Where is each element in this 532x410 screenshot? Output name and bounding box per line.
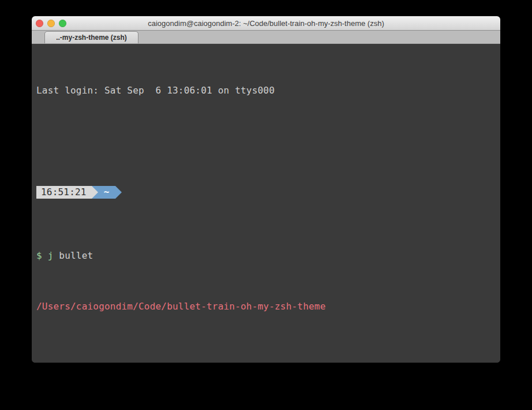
blank-line xyxy=(36,122,500,135)
window-controls xyxy=(32,20,66,27)
jump-output-line: /Users/caiogondim/Code/bullet-train-oh-m… xyxy=(36,300,500,313)
window-title: caiogondim@caiogondim-2: ~/Code/bullet-t… xyxy=(32,19,500,28)
prompt-line: 16:51:21 ~ xyxy=(36,186,500,199)
powerline-arrow-icon xyxy=(92,186,98,199)
tab-terminal[interactable]: ..-my-zsh-theme (zsh) xyxy=(44,31,138,43)
command-line: $ j bullet xyxy=(36,249,500,262)
command-name: j xyxy=(48,250,54,261)
close-button[interactable] xyxy=(36,20,43,27)
tab-bar: ..-my-zsh-theme (zsh) xyxy=(32,31,500,44)
minimize-button[interactable] xyxy=(47,20,55,27)
prompt-path-segment: ~ xyxy=(98,186,115,199)
titlebar[interactable]: caiogondim@caiogondim-2: ~/Code/bullet-t… xyxy=(32,16,500,31)
prompt-symbol: $ xyxy=(36,250,48,261)
prompt-time-segment: 16:51:21 xyxy=(36,186,92,199)
tab-label: ..-my-zsh-theme (zsh) xyxy=(56,33,127,42)
powerline-arrow-icon xyxy=(115,186,122,199)
zoom-button[interactable] xyxy=(59,20,66,27)
terminal-window: caiogondim@caiogondim-2: ~/Code/bullet-t… xyxy=(32,16,500,363)
command-args: bullet xyxy=(54,250,93,261)
blank-line xyxy=(36,338,500,351)
last-login-line: Last login: Sat Sep 6 13:06:01 on ttys00… xyxy=(36,84,500,97)
terminal-screen[interactable]: Last login: Sat Sep 6 13:06:01 on ttys00… xyxy=(32,44,500,363)
